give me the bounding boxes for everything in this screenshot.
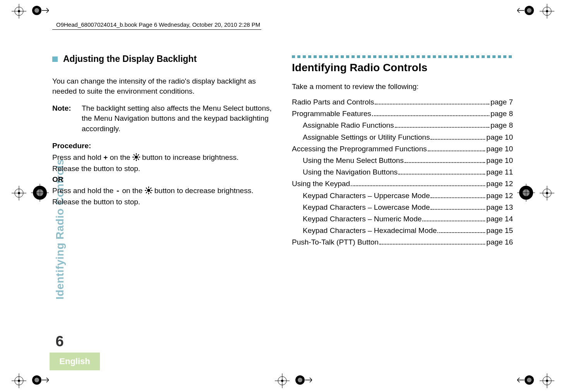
toc-page: page 12 [486, 179, 513, 189]
procedure-line: Press and hold the - on the button to de… [52, 186, 273, 197]
crop-mark-icon [12, 373, 26, 388]
section-heading: Adjusting the Display Backlight [52, 53, 273, 65]
registration-arrow-icon [31, 374, 49, 387]
toc-label: Accessing the Preprogrammed Functions [292, 144, 427, 154]
registration-arrow-icon [31, 184, 49, 203]
svg-point-29 [34, 8, 39, 13]
toc-label: Keypad Characters – Hexadecimal Mode [303, 226, 437, 236]
toc-row: Push-To-Talk (PTT) Buttonpage 16 [292, 237, 513, 247]
toc-intro: Take a moment to review the following: [292, 82, 513, 92]
toc-leader-dots [428, 145, 485, 151]
table-of-contents: Radio Parts and Controlspage 7Programmab… [292, 97, 513, 248]
toc-leader-dots [422, 215, 485, 221]
toc-row: Keypad Characters – Lowercase Modepage 1… [292, 202, 513, 212]
svg-line-61 [150, 192, 151, 193]
toc-label: Keypad Characters – Lowercase Mode [303, 202, 430, 212]
text: button to increase brightness. [140, 153, 239, 161]
svg-point-31 [527, 8, 532, 13]
section-title: Adjusting the Display Backlight [63, 53, 197, 65]
toc-page: page 16 [486, 237, 513, 247]
svg-line-62 [150, 188, 151, 189]
svg-line-54 [134, 159, 135, 160]
toc-label: Assignable Radio Functions [303, 120, 394, 130]
registration-arrow-icon [517, 374, 535, 387]
note-body: The backlight setting also affects the M… [82, 103, 273, 134]
toc-page: page 14 [486, 214, 513, 224]
svg-point-45 [298, 378, 302, 382]
plus-symbol: + [103, 154, 108, 162]
registration-arrow-icon [517, 184, 535, 203]
toc-row: Keypad Characters – Hexadecimal Modepage… [292, 226, 513, 236]
procedure-line: Release the button to stop. [52, 197, 273, 207]
crop-mark-icon [12, 186, 26, 200]
chapter-title: Identifying Radio Controls [292, 60, 513, 75]
toc-page: page 15 [486, 226, 513, 236]
procedure-label: Procedure: [52, 141, 273, 151]
dashed-rule [292, 55, 513, 58]
brightness-icon [145, 187, 153, 197]
toc-label: Keypad Characters – Uppercase Mode [303, 191, 430, 201]
toc-row: Assignable Radio Functionspage 8 [292, 120, 513, 130]
svg-line-52 [138, 159, 139, 160]
left-column: Adjusting the Display Backlight You can … [52, 53, 273, 249]
square-bullet-icon [52, 56, 58, 62]
toc-label: Using the Menu Select Buttons [303, 156, 404, 166]
toc-page: page 8 [491, 120, 513, 130]
crop-mark-icon [275, 373, 290, 388]
procedure-line: Release the button to stop. [52, 164, 273, 174]
registration-arrow-icon [517, 5, 535, 18]
registration-arrow-icon [294, 374, 312, 387]
text: Press and hold the [52, 187, 116, 195]
toc-page: page 10 [486, 132, 513, 142]
toc-row: Keypad Characters – Uppercase Modepage 1… [292, 191, 513, 201]
svg-point-55 [147, 189, 150, 192]
toc-row: Programmable Featurespage 8 [292, 109, 513, 119]
toc-leader-dots [351, 180, 485, 186]
svg-point-43 [527, 378, 532, 382]
toc-label: Keypad Characters – Numeric Mode [303, 214, 422, 224]
svg-line-63 [146, 192, 147, 193]
right-column: Identifying Radio Controls Take a moment… [292, 53, 513, 249]
svg-point-46 [135, 156, 138, 159]
toc-leader-dots [375, 98, 489, 104]
toc-page: page 8 [491, 109, 513, 119]
procedure-line: Press and hold + on the button to increa… [52, 152, 273, 164]
toc-page: page 13 [486, 202, 513, 212]
svg-point-41 [34, 378, 39, 382]
toc-page: page 10 [486, 156, 513, 166]
toc-row: Using the Navigation Buttonspage 11 [292, 167, 513, 177]
svg-line-51 [134, 154, 135, 156]
svg-line-53 [138, 154, 139, 156]
toc-label: Using the Navigation Buttons [303, 167, 398, 177]
toc-label: Programmable Features [292, 109, 371, 119]
minus-symbol: - [116, 187, 120, 195]
toc-leader-dots [398, 168, 485, 175]
svg-line-60 [146, 188, 147, 189]
crop-mark-icon [12, 4, 26, 19]
toc-label: Using the Keypad [292, 179, 350, 189]
or-label: OR [52, 175, 273, 185]
brightness-icon [132, 153, 140, 164]
toc-page: page 12 [486, 191, 513, 201]
toc-row: Using the Keypadpage 12 [292, 179, 513, 189]
toc-label: Push-To-Talk (PTT) Button [292, 237, 379, 247]
text: on the [108, 153, 132, 161]
head-rule [52, 29, 261, 30]
toc-leader-dots [431, 192, 485, 198]
toc-page: page 11 [486, 167, 513, 177]
toc-leader-dots [395, 121, 489, 128]
registration-arrow-icon [31, 5, 49, 18]
toc-row: Assignable Settings or Utility Functions… [292, 132, 513, 142]
note-block: Note: The backlight setting also affects… [52, 103, 273, 134]
toc-page: page 10 [486, 144, 513, 154]
toc-label: Radio Parts and Controls [292, 97, 374, 107]
text: on the [120, 187, 144, 195]
toc-row: Accessing the Preprogrammed Functionspag… [292, 144, 513, 154]
toc-leader-dots [431, 133, 485, 139]
toc-label: Assignable Settings or Utility Functions [303, 132, 430, 142]
toc-page: page 7 [491, 97, 513, 107]
note-label: Note: [52, 103, 82, 134]
intro-paragraph: You can change the intensity of the radi… [52, 76, 273, 96]
text: Press and hold [52, 153, 103, 161]
crop-mark-icon [540, 4, 554, 19]
